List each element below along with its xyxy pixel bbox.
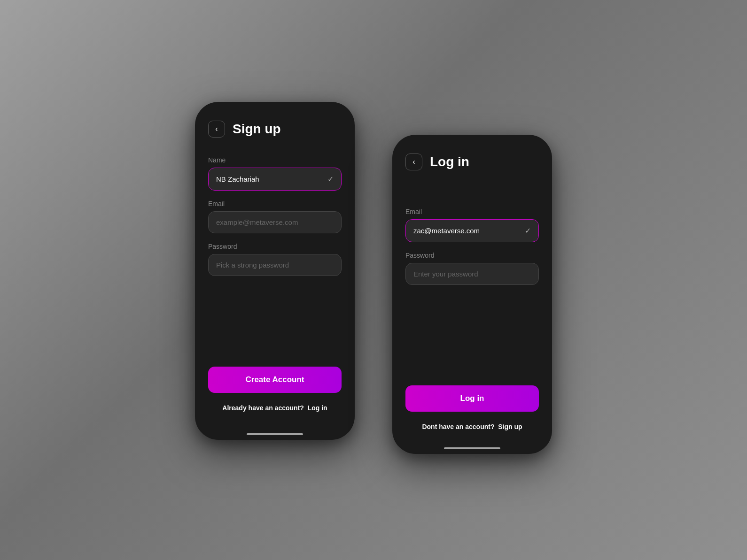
login-form: Email zac@metaverse.com ✓ Password Enter… xyxy=(405,208,539,294)
signup-title: Sign up xyxy=(233,122,281,137)
email-input[interactable]: example@metaverse.com xyxy=(208,211,342,233)
login-back-arrow-icon: ‹ xyxy=(412,158,415,166)
login-email-input[interactable]: zac@metaverse.com ✓ xyxy=(405,219,539,242)
login-spacer xyxy=(405,189,539,208)
name-label: Name xyxy=(208,156,342,164)
login-header: ‹ Log in xyxy=(405,153,539,170)
login-link[interactable]: Log in xyxy=(308,404,327,412)
name-input[interactable]: NB Zachariah ✓ xyxy=(208,168,342,191)
name-field-group: Name NB Zachariah ✓ xyxy=(208,156,342,191)
login-password-label: Password xyxy=(405,252,539,259)
email-placeholder: example@metaverse.com xyxy=(216,218,298,226)
name-check-icon: ✓ xyxy=(327,175,334,184)
create-account-button[interactable]: Create Account xyxy=(208,367,342,393)
password-input[interactable]: Pick a strong password xyxy=(208,254,342,276)
signup-link[interactable]: Sign up xyxy=(498,423,522,430)
login-password-placeholder: Enter your password xyxy=(413,270,478,278)
back-arrow-icon: ‹ xyxy=(215,125,218,133)
name-value: NB Zachariah xyxy=(216,175,259,183)
login-email-field-group: Email zac@metaverse.com ✓ xyxy=(405,208,539,242)
login-home-indicator xyxy=(444,447,500,449)
password-label: Password xyxy=(208,243,342,250)
email-field-group: Email example@metaverse.com xyxy=(208,200,342,233)
signup-phone: ‹ Sign up Name NB Zachariah ✓ Email xyxy=(195,102,355,440)
signup-home-indicator xyxy=(247,433,303,435)
login-title: Log in xyxy=(430,154,469,169)
signup-back-button[interactable]: ‹ xyxy=(208,121,225,138)
login-phone: ‹ Log in Email zac@metaverse.com ✓ Passw xyxy=(392,135,552,454)
login-email-label: Email xyxy=(405,208,539,215)
signup-form: Name NB Zachariah ✓ Email example@metave… xyxy=(208,156,342,285)
login-email-check-icon: ✓ xyxy=(525,226,531,235)
signup-bottom-link: Already have an account? Log in xyxy=(208,404,342,412)
login-back-button[interactable]: ‹ xyxy=(405,153,422,170)
login-password-input[interactable]: Enter your password xyxy=(405,263,539,285)
email-label: Email xyxy=(208,200,342,207)
screens-container: ‹ Sign up Name NB Zachariah ✓ Email xyxy=(0,0,747,560)
signup-screen: ‹ Sign up Name NB Zachariah ✓ Email xyxy=(195,102,355,440)
password-placeholder: Pick a strong password xyxy=(216,261,289,269)
login-screen: ‹ Log in Email zac@metaverse.com ✓ Passw xyxy=(392,135,552,454)
login-email-value: zac@metaverse.com xyxy=(413,227,480,235)
login-password-field-group: Password Enter your password xyxy=(405,252,539,285)
login-button[interactable]: Log in xyxy=(405,385,539,412)
signup-bottom-text: Already have an account? xyxy=(222,404,304,412)
signup-header: ‹ Sign up xyxy=(208,121,342,138)
login-bottom-text: Dont have an account? xyxy=(422,423,494,430)
login-bottom-link: Dont have an account? Sign up xyxy=(405,423,539,430)
password-field-group: Password Pick a strong password xyxy=(208,243,342,276)
